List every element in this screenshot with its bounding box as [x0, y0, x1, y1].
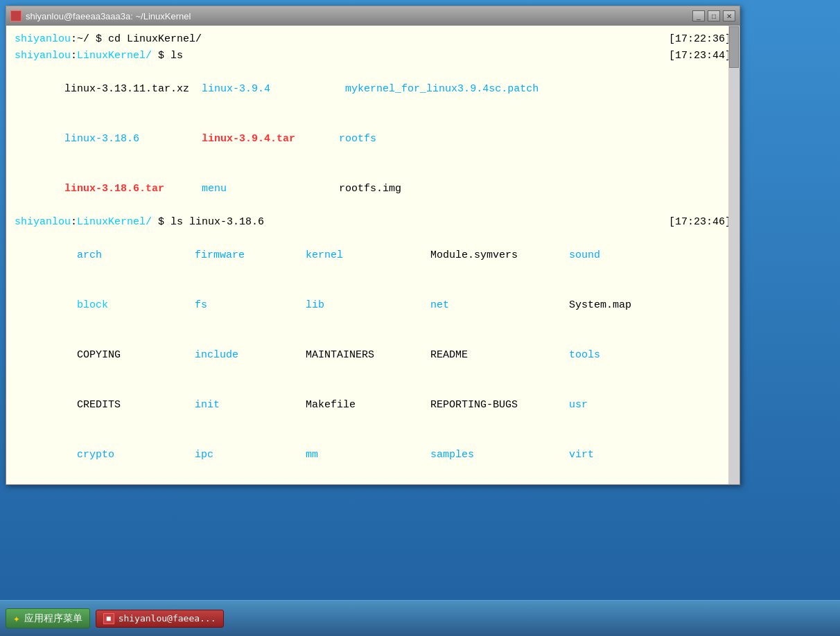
timestamp-3: [17:23:46]	[669, 214, 731, 231]
taskbar-terminal-label: shiyanlou@faeea...	[119, 613, 216, 624]
ls-linux-row-4: CREDITSinitMakefileREPORTING-BUGSusr	[15, 380, 731, 430]
ls-linux-output: archfirmwarekernelModule.symverssound bl…	[15, 231, 731, 484]
prompt-user-1: shiyanlou	[15, 33, 71, 45]
prompt-sep-3: :	[71, 216, 77, 228]
taskbar-terminal-icon: ■	[103, 613, 114, 624]
prompt-sep-1: :~/ $	[71, 33, 108, 45]
terminal-window: shiyanlou@faeeaa3aaa3a: ~/LinuxKernel _ …	[6, 6, 740, 485]
ls-linux-row-5: cryptoipcmmsamplesvirt	[15, 430, 731, 480]
apps-menu-icon: ✦	[13, 612, 20, 625]
terminal-icon	[10, 10, 21, 21]
maximize-button[interactable]: □	[708, 10, 720, 21]
prompt-sep-2: :	[71, 50, 77, 62]
titlebar-left: shiyanlou@faeeaa3aaa3a: ~/LinuxKernel	[10, 10, 191, 21]
command-1: cd LinuxKernel/	[108, 33, 202, 45]
scrollbar-track[interactable]	[728, 26, 740, 484]
scrollbar-thumb[interactable]	[729, 26, 739, 68]
desktop: shiyanlou@faeeaa3aaa3a: ~/LinuxKernel _ …	[0, 0, 840, 636]
ls-output-row-3: linux-3.18.6.tar menu rootfs.img	[15, 164, 731, 214]
ls-linux-row-6: DocumentationKbuildmodules.builtinscript…	[15, 480, 731, 484]
prompt-path-3: LinuxKernel/	[77, 216, 152, 228]
ls-linux-row-1: archfirmwarekernelModule.symverssound	[15, 231, 731, 281]
taskbar: ✦ 应用程序菜单 ■ shiyanlou@faeea...	[0, 600, 840, 636]
prompt-dollar-3: $	[152, 216, 170, 228]
minimize-button[interactable]: _	[692, 10, 705, 21]
titlebar-title: shiyanlou@faeeaa3aaa3a: ~/LinuxKernel	[26, 11, 191, 21]
ls-output-row-2: linux-3.18.6 linux-3.9.4.tar rootfs	[15, 114, 731, 164]
titlebar-buttons: _ □ ✕	[692, 10, 735, 21]
terminal-content[interactable]: shiyanlou:~/ $ cd LinuxKernel/ [17:22:36…	[6, 26, 740, 484]
taskbar-terminal-button[interactable]: ■ shiyanlou@faeea...	[96, 610, 224, 628]
prompt-dollar-2: $	[152, 50, 170, 62]
apps-menu-label: 应用程序菜单	[24, 612, 82, 625]
titlebar: shiyanlou@faeeaa3aaa3a: ~/LinuxKernel _ …	[6, 6, 740, 26]
timestamp-1: [17:22:36]	[669, 31, 731, 48]
apps-menu-button[interactable]: ✦ 应用程序菜单	[6, 608, 90, 628]
prompt-path-2: LinuxKernel/	[77, 50, 152, 62]
timestamp-2: [17:23:44]	[669, 48, 731, 64]
ls-linux-row-2: blockfslibnetSystem.map	[15, 281, 731, 330]
command-2: ls	[170, 50, 183, 62]
prompt-user-2: shiyanlou	[15, 50, 71, 62]
command-3: ls linux-3.18.6	[170, 216, 264, 228]
command-line-1: shiyanlou:~/ $ cd LinuxKernel/ [17:22:36…	[15, 31, 731, 48]
close-button[interactable]: ✕	[723, 10, 735, 21]
ls-output-row-1: linux-3.13.11.tar.xz linux-3.9.4 mykerne…	[15, 64, 731, 114]
prompt-user-3: shiyanlou	[15, 216, 71, 228]
command-line-2: shiyanlou:LinuxKernel/ $ ls [17:23:44]	[15, 48, 731, 64]
ls-linux-row-3: COPYINGincludeMAINTAINERSREADMEtools	[15, 330, 731, 380]
command-line-3: shiyanlou:LinuxKernel/ $ ls linux-3.18.6…	[15, 214, 731, 231]
